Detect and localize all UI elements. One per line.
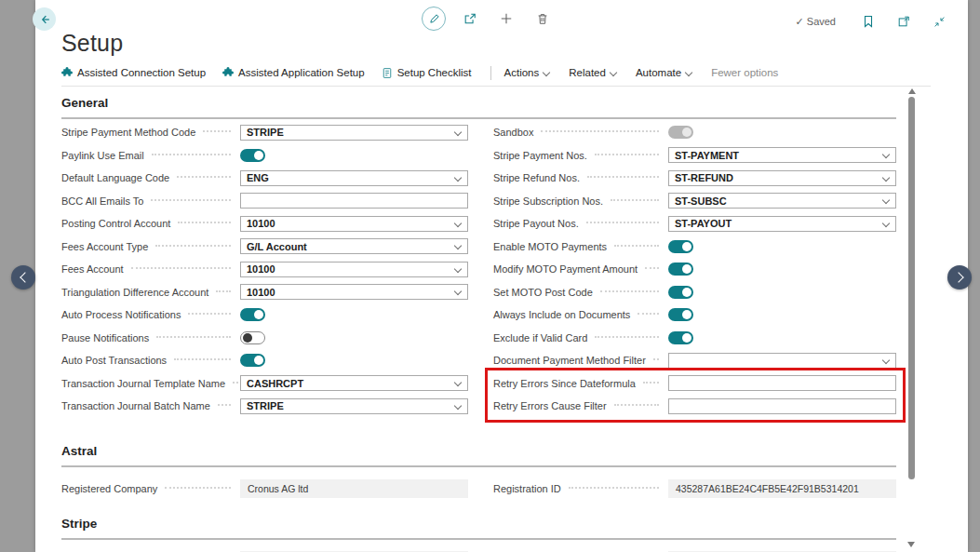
automate-menu[interactable]: Automate: [636, 67, 692, 78]
popout-icon[interactable]: [892, 9, 916, 34]
share-icon[interactable]: [458, 7, 482, 31]
field-row-fees-account: Fees Account10100: [61, 258, 468, 281]
dotted-leader: [178, 222, 231, 223]
select-value: ST-REFUND: [675, 172, 733, 183]
scroll-down-icon[interactable]: [907, 542, 915, 547]
actions-menu[interactable]: Actions: [504, 67, 551, 78]
chevron-down-icon: [611, 68, 617, 74]
toggle-knob: [682, 333, 691, 343]
field-label-stripe-payment-nos: Stripe Payment Nos.: [493, 150, 587, 161]
related-menu[interactable]: Related: [569, 67, 617, 78]
select-value: ST-PAYOUT: [675, 218, 732, 229]
default-language-code-select[interactable]: ENG: [240, 170, 468, 186]
dotted-leader: [611, 199, 659, 201]
chevron-down-icon: [455, 241, 462, 248]
dotted-leader: [218, 404, 231, 406]
field-label-default-language-code: Default Language Code: [61, 172, 169, 183]
retry-errors-cause-filter-input[interactable]: [668, 398, 896, 414]
scroll-up-icon[interactable]: [908, 88, 916, 94]
dotted-leader: [595, 154, 659, 155]
assisted-application-setup-button[interactable]: Assisted Application Setup: [222, 67, 365, 78]
checkmark-icon: ✓: [796, 16, 804, 28]
field-label-stripe-subscription-nos: Stripe Subscription Nos.: [493, 195, 603, 207]
next-record-button[interactable]: [947, 265, 972, 289]
document-payment-method-filter-select[interactable]: [668, 353, 896, 369]
field-row-bcc-all-emails-to: BCC All Emails To: [61, 190, 468, 213]
field-label-registration-id: Registration ID: [493, 483, 561, 494]
scrollbar-thumb[interactable]: [908, 97, 915, 479]
field-label-retry-errors-cause-filter: Retry Errors Cause Filter: [493, 400, 607, 411]
page-content: General Stripe Payment Method CodeSTRIPE…: [61, 90, 896, 552]
chevron-down-icon: [883, 150, 890, 156]
field-row-paylink-use-email: Paylink Use Email: [61, 144, 468, 168]
fees-account-select[interactable]: 10100: [240, 262, 468, 277]
bookmark-icon[interactable]: [856, 9, 880, 34]
dotted-leader: [645, 267, 659, 269]
enable-moto-payments-toggle[interactable]: [668, 240, 693, 253]
paylink-use-email-toggle[interactable]: [240, 149, 265, 162]
dotted-leader: [203, 130, 231, 132]
action-bar-divider: [490, 66, 491, 80]
puzzle-icon: [222, 67, 234, 78]
dotted-leader: [188, 313, 231, 315]
modify-moto-payment-amount-toggle[interactable]: [668, 263, 693, 276]
field-label-enable-moto-payments: Enable MOTO Payments: [493, 241, 607, 252]
field-label-triangulation-difference-account: Triangulation Difference Account: [61, 287, 208, 298]
dotted-leader: [177, 176, 231, 178]
fees-account-type-select[interactable]: G/L Account: [240, 238, 468, 254]
previous-record-button[interactable]: [11, 265, 35, 289]
field-label-document-payment-method-filter: Document Payment Method Filter: [493, 355, 646, 366]
dotted-leader: [614, 404, 659, 406]
assisted-connection-setup-button[interactable]: Assisted Connection Setup: [61, 67, 206, 78]
pause-notifications-toggle[interactable]: [240, 331, 265, 344]
back-button[interactable]: [33, 7, 56, 31]
dotted-leader: [216, 290, 231, 292]
collapse-icon[interactable]: [927, 9, 951, 34]
exclude-if-valid-card-toggle[interactable]: [668, 331, 693, 344]
fewer-options-button[interactable]: Fewer options: [711, 67, 778, 78]
chevron-down-icon: [686, 68, 692, 74]
set-moto-post-code-toggle[interactable]: [668, 286, 693, 299]
menu-label: Actions: [504, 67, 540, 78]
transaction-journal-template-name-select[interactable]: CASHRCPT: [240, 375, 468, 391]
astral-left-column: Registered CompanyCronus AG ltd: [61, 478, 468, 500]
stripe-refund-nos-select[interactable]: ST-REFUND: [668, 170, 896, 186]
field-label-transaction-journal-template-name: Transaction Journal Template Name: [61, 378, 225, 389]
field-row-document-payment-method-filter: Document Payment Method Filter: [493, 349, 896, 372]
dotted-leader: [600, 290, 659, 292]
chevron-down-icon: [455, 128, 462, 134]
toggle-knob: [243, 333, 252, 343]
stripe-payment-nos-select[interactable]: ST-PAYMENT: [668, 147, 896, 163]
bcc-all-emails-to-input[interactable]: [240, 193, 468, 209]
transaction-journal-batch-name-select[interactable]: STRIPE: [240, 398, 468, 414]
always-include-on-documents-toggle[interactable]: [668, 308, 693, 321]
field-label-transaction-journal-batch-name: Transaction Journal Batch Name: [61, 400, 210, 411]
chevron-right-icon: [953, 272, 963, 282]
field-row-stripe-payment-method-code: Stripe Payment Method CodeSTRIPE: [61, 121, 468, 144]
retry-errors-since-dateformula-input[interactable]: [668, 375, 896, 391]
field-label-auto-post-transactions: Auto Post Transactions: [61, 355, 167, 366]
field-row-enable-moto-payments: Enable MOTO Payments: [493, 236, 896, 259]
setup-checklist-button[interactable]: Setup Checklist: [382, 67, 472, 79]
auto-post-transactions-toggle[interactable]: [240, 354, 265, 367]
puzzle-icon: [61, 67, 73, 78]
triangulation-difference-account-select[interactable]: 10100: [240, 284, 468, 300]
dotted-leader: [174, 358, 231, 360]
vertical-scrollbar[interactable]: [907, 88, 916, 549]
toggle-knob: [254, 310, 263, 319]
field-row-stripe-payout-nos: Stripe Payout Nos.ST-PAYOUT: [493, 212, 896, 236]
auto-process-notifications-toggle[interactable]: [240, 308, 265, 321]
select-value: ENG: [247, 172, 269, 183]
registration-id-value: 435287A61BE24C4FB5E42F91B5314201: [668, 479, 896, 498]
edit-icon[interactable]: [422, 7, 446, 31]
toggle-knob: [254, 151, 263, 160]
stripe-subscription-nos-select[interactable]: ST-SUBSC: [668, 193, 896, 209]
add-icon[interactable]: [494, 7, 518, 31]
dotted-leader: [233, 382, 238, 384]
stripe-payout-nos-select[interactable]: ST-PAYOUT: [668, 216, 896, 232]
delete-icon[interactable]: [530, 7, 555, 31]
field-row-fees-account-type: Fees Account TypeG/L Account: [61, 236, 468, 259]
stripe-payment-method-code-select[interactable]: STRIPE: [240, 125, 468, 141]
posting-control-account-select[interactable]: 10100: [240, 216, 468, 232]
sandbox-toggle: [668, 126, 693, 139]
